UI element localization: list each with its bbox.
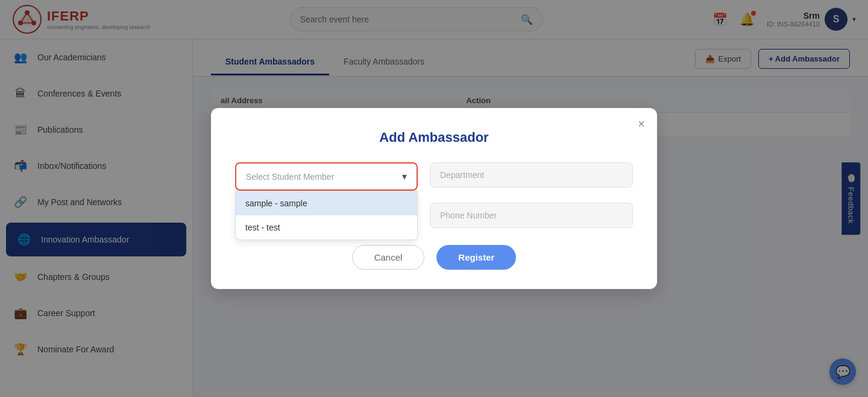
modal-overlay: × Add Ambassador Select Student Member ▾…	[0, 0, 868, 397]
register-button[interactable]: Register	[436, 245, 516, 270]
dropdown-item-test[interactable]: test - test	[236, 215, 417, 240]
add-ambassador-modal: × Add Ambassador Select Student Member ▾…	[211, 108, 657, 289]
dropdown-item-sample[interactable]: sample - sample	[236, 191, 417, 215]
select-chevron-icon: ▾	[402, 171, 407, 182]
select-placeholder: Select Student Member	[246, 172, 334, 182]
department-input[interactable]	[430, 162, 633, 188]
phone-input[interactable]	[430, 203, 633, 228]
modal-form: Select Student Member ▾ sample - sample …	[235, 162, 633, 270]
form-row-1: Select Student Member ▾ sample - sample …	[235, 162, 633, 191]
modal-close-button[interactable]: ×	[638, 118, 645, 130]
modal-actions: Cancel Register	[235, 245, 633, 270]
cancel-button[interactable]: Cancel	[352, 245, 425, 270]
modal-title: Add Ambassador	[235, 130, 633, 145]
student-member-select[interactable]: Select Student Member ▾	[235, 162, 418, 191]
student-member-dropdown: sample - sample test - test	[235, 191, 418, 240]
student-member-select-wrapper: Select Student Member ▾ sample - sample …	[235, 162, 418, 191]
